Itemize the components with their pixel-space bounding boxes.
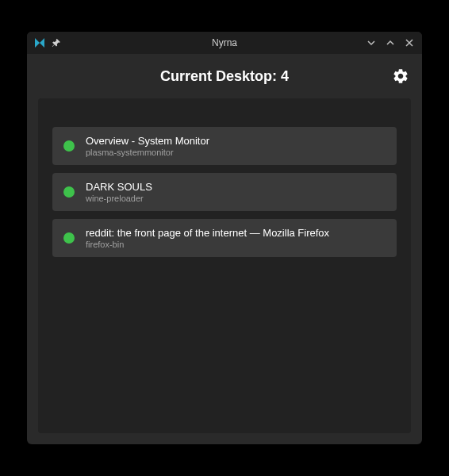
pin-icon[interactable]	[51, 37, 62, 48]
item-text: DARK SOULS wine-preloader	[86, 181, 152, 203]
status-dot-running	[63, 232, 75, 244]
item-process: firefox-bin	[86, 240, 329, 249]
titlebar: Nyrna	[27, 32, 422, 54]
status-dot-running	[63, 186, 75, 198]
titlebar-controls	[365, 36, 416, 49]
header: Current Desktop: 4	[27, 54, 422, 98]
item-text: Overview - System Monitor plasma-systemm…	[86, 135, 209, 157]
close-button[interactable]	[403, 36, 416, 49]
app-icon	[33, 36, 46, 49]
item-title: reddit: the front page of the internet —…	[86, 227, 329, 239]
item-process: wine-preloader	[86, 194, 152, 203]
list-item[interactable]: Overview - System Monitor plasma-systemm…	[52, 127, 397, 165]
page-title: Current Desktop: 4	[160, 68, 289, 85]
list-item[interactable]: DARK SOULS wine-preloader	[52, 173, 397, 211]
item-process: plasma-systemmonitor	[86, 148, 209, 157]
process-list: Overview - System Monitor plasma-systemm…	[52, 127, 397, 257]
titlebar-left	[33, 36, 62, 49]
list-item[interactable]: reddit: the front page of the internet —…	[52, 219, 397, 257]
app-window: Nyrna Current Desktop: 4	[27, 32, 422, 444]
content-panel: Overview - System Monitor plasma-systemm…	[38, 98, 411, 433]
item-text: reddit: the front page of the internet —…	[86, 227, 329, 249]
status-dot-running	[63, 140, 75, 152]
gear-icon[interactable]	[392, 67, 409, 85]
maximize-button[interactable]	[384, 36, 397, 49]
item-title: DARK SOULS	[86, 181, 152, 193]
minimize-button[interactable]	[365, 36, 378, 49]
window-title: Nyrna	[212, 37, 237, 48]
item-title: Overview - System Monitor	[86, 135, 209, 147]
